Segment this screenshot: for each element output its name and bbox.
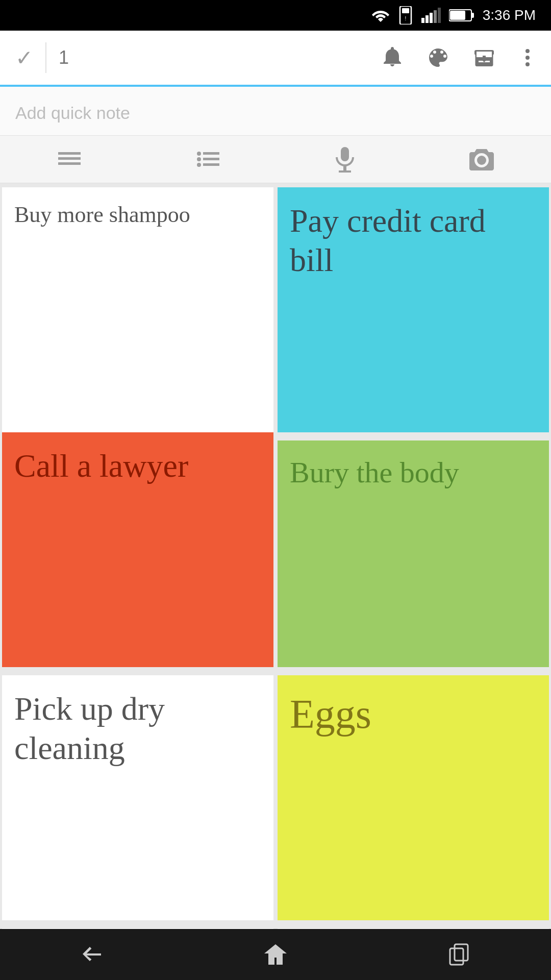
svg-rect-25 — [339, 170, 351, 173]
svg-point-21 — [197, 163, 201, 167]
svg-rect-14 — [58, 152, 81, 155]
svg-rect-3 — [421, 18, 424, 23]
svg-rect-6 — [434, 10, 437, 23]
bottom-nav — [0, 929, 551, 980]
list-icon[interactable] — [195, 148, 221, 170]
svg-rect-20 — [203, 158, 219, 160]
notes-grid: Buy more shampoo Pay credit card bill Ca… — [0, 183, 551, 980]
note-text-3: Call a lawyer — [14, 448, 188, 484]
note-text-6: Eggs — [290, 692, 371, 737]
note-text-2: Pay credit card bill — [290, 203, 486, 278]
svg-rect-9 — [471, 13, 474, 18]
svg-text:!: ! — [405, 16, 406, 21]
back-icon[interactable] — [79, 941, 105, 968]
battery-icon — [449, 9, 474, 22]
more-vert-icon[interactable] — [519, 47, 536, 68]
toolbar: ✓ 1 — [0, 31, 551, 87]
svg-rect-7 — [438, 8, 441, 23]
svg-rect-10 — [450, 11, 465, 20]
camera-icon[interactable] — [468, 148, 495, 170]
note-text-5: Pick up dry cleaning — [14, 691, 165, 766]
sim-icon: ! — [398, 6, 413, 24]
svg-point-26 — [477, 156, 486, 165]
svg-rect-5 — [430, 13, 433, 23]
check-icon[interactable]: ✓ — [15, 45, 33, 70]
note-card-3[interactable]: Call a lawyer — [2, 432, 273, 667]
svg-rect-23 — [341, 147, 349, 161]
mic-icon[interactable] — [334, 146, 356, 173]
svg-rect-28 — [455, 944, 468, 961]
svg-point-12 — [525, 56, 530, 60]
status-bar: ! 3:36 PM — [0, 0, 551, 31]
archive-icon[interactable] — [473, 47, 495, 68]
svg-point-19 — [197, 157, 201, 161]
quick-note-actions — [0, 135, 551, 183]
note-card-4[interactable]: Bury the body — [278, 440, 549, 667]
signal-icon — [421, 8, 441, 23]
bell-icon[interactable] — [382, 47, 403, 68]
time-display: 3:36 PM — [483, 7, 536, 23]
svg-point-17 — [197, 152, 201, 156]
note-text-4: Bury the body — [290, 456, 459, 489]
note-text-1: Buy more shampoo — [14, 202, 190, 227]
svg-rect-27 — [450, 948, 463, 965]
svg-rect-22 — [203, 163, 219, 166]
svg-rect-1 — [402, 8, 409, 13]
selected-count: 1 — [59, 47, 382, 68]
note-card-1[interactable]: Buy more shampoo — [2, 187, 273, 432]
note-card-2[interactable]: Pay credit card bill — [278, 187, 549, 432]
recents-icon[interactable] — [446, 941, 472, 968]
quick-note-area: Add quick note — [0, 87, 551, 183]
quick-note-input[interactable]: Add quick note — [0, 87, 551, 135]
home-icon[interactable] — [262, 941, 289, 968]
status-icons: ! 3:36 PM — [371, 6, 536, 24]
svg-rect-4 — [425, 15, 429, 23]
text-format-icon[interactable] — [56, 148, 83, 170]
palette-icon[interactable] — [428, 47, 449, 68]
wifi-icon — [371, 8, 390, 23]
svg-point-11 — [525, 49, 530, 53]
svg-rect-16 — [58, 162, 81, 165]
note-card-5[interactable]: Pick up dry cleaning — [2, 675, 273, 920]
toolbar-actions — [382, 47, 536, 68]
note-card-6[interactable]: Eggs — [278, 675, 549, 920]
toolbar-divider — [45, 42, 46, 73]
svg-point-13 — [525, 62, 530, 66]
svg-rect-18 — [203, 152, 219, 155]
svg-rect-15 — [58, 157, 81, 160]
